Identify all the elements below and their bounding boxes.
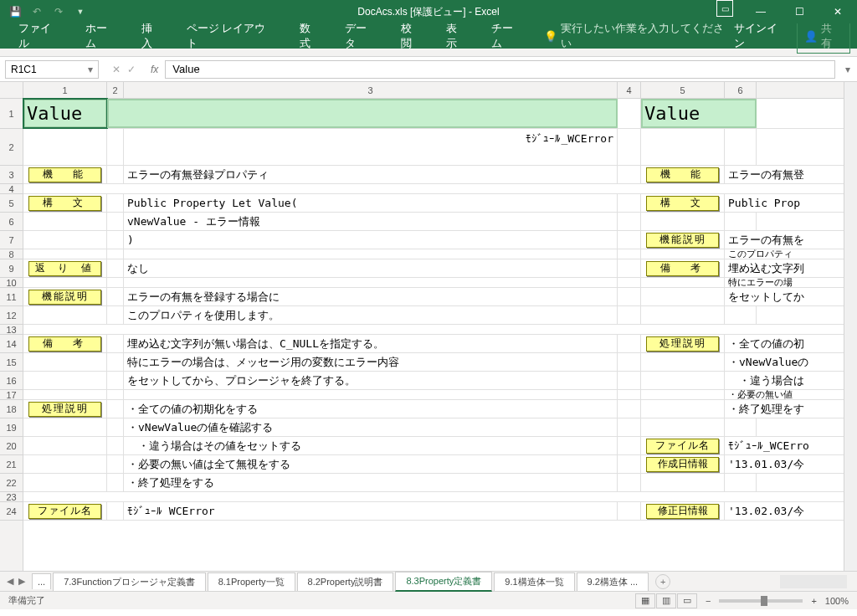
zoom-slider[interactable] xyxy=(719,599,803,603)
tab-review[interactable]: 校閲 xyxy=(389,23,434,49)
row-header[interactable]: 15 xyxy=(0,353,23,372)
tab-home[interactable]: ホーム xyxy=(74,23,130,49)
zoom-in-icon[interactable]: + xyxy=(811,596,816,606)
cell[interactable] xyxy=(23,492,857,501)
row-header[interactable]: 9 xyxy=(0,259,23,278)
cell[interactable] xyxy=(618,335,641,352)
cell[interactable] xyxy=(618,306,641,324)
row-header[interactable]: 6 xyxy=(0,213,23,231)
cell[interactable]: ・vNewValueの xyxy=(725,353,850,371)
cell[interactable]: エラーの有無を登録する場合に xyxy=(124,288,618,305)
cell[interactable] xyxy=(107,278,124,287)
cell[interactable] xyxy=(23,249,107,259)
cell[interactable] xyxy=(23,306,107,324)
cell[interactable]: エラーの有無を xyxy=(725,231,850,249)
save-icon[interactable]: 💾 xyxy=(5,2,25,22)
cell[interactable] xyxy=(618,455,641,473)
row-header[interactable]: 24 xyxy=(0,502,23,521)
row-header[interactable]: 4 xyxy=(0,184,23,194)
sheet-tab[interactable]: 8.1Property一覧 xyxy=(208,572,295,591)
tab-insert[interactable]: 挿入 xyxy=(130,23,175,49)
tab-file[interactable]: ファイル xyxy=(7,23,74,49)
cell[interactable] xyxy=(618,99,641,128)
cell[interactable] xyxy=(618,502,641,520)
row-header[interactable]: 17 xyxy=(0,390,23,400)
cell[interactable] xyxy=(641,390,725,399)
vertical-scrollbar[interactable] xyxy=(844,82,857,571)
cell[interactable] xyxy=(641,400,725,418)
cell[interactable]: Public Property Let Value( xyxy=(124,194,618,212)
cell[interactable] xyxy=(107,288,124,305)
cell[interactable]: このプロパティ xyxy=(725,249,850,259)
maximize-button[interactable]: ☐ xyxy=(780,0,819,23)
cell[interactable]: 特にエラーの場合は、メッセージ用の変数にエラー内容 xyxy=(124,353,618,371)
cell[interactable] xyxy=(107,455,124,473)
cell[interactable] xyxy=(107,129,124,165)
cell[interactable] xyxy=(618,474,641,491)
zoom-level[interactable]: 100% xyxy=(825,596,849,606)
row-header[interactable]: 8 xyxy=(0,249,23,259)
cell[interactable] xyxy=(618,249,641,259)
formula-expand-icon[interactable]: ▾ xyxy=(845,64,857,75)
cell[interactable] xyxy=(107,474,124,491)
col-header[interactable]: 2 xyxy=(107,82,124,98)
cell[interactable] xyxy=(641,372,725,389)
cell[interactable] xyxy=(107,335,124,352)
cell[interactable]: 構 文 xyxy=(23,194,107,212)
cell[interactable] xyxy=(23,437,107,454)
col-header[interactable]: 1 xyxy=(23,82,107,98)
tell-me-search[interactable]: 💡 実行したい作業を入力してください xyxy=(544,21,735,51)
cell[interactable] xyxy=(107,194,124,212)
cell[interactable] xyxy=(107,259,124,277)
row-header[interactable]: 23 xyxy=(0,492,23,502)
cells[interactable]: Value Value ﾓｼﾞｭｰﾙ_WCError 機 能 エラーの有無登録プ… xyxy=(23,99,857,571)
cell[interactable]: ・必要の無い値は全て無視をする xyxy=(124,455,618,473)
cell[interactable]: ) xyxy=(124,231,618,249)
cell[interactable] xyxy=(618,129,641,165)
ribbon-display-icon[interactable]: ▭ xyxy=(716,0,733,17)
cell[interactable] xyxy=(107,306,124,324)
cell[interactable]: 機 能 xyxy=(23,166,107,183)
chevron-down-icon[interactable]: ▾ xyxy=(88,64,93,75)
cell-header-side[interactable]: Value xyxy=(641,99,757,128)
cell[interactable]: 作成日情報 xyxy=(641,455,725,473)
signin-link[interactable]: サインイン xyxy=(734,21,788,51)
cell[interactable] xyxy=(641,249,725,259)
cell[interactable]: ファイル名 xyxy=(23,502,107,520)
cell[interactable] xyxy=(725,474,757,491)
cell[interactable] xyxy=(107,249,124,259)
cell[interactable] xyxy=(641,418,725,436)
cell[interactable] xyxy=(618,353,641,371)
cell[interactable]: ・違う場合はその値をセットする xyxy=(124,437,618,454)
cell[interactable] xyxy=(618,231,641,249)
cell[interactable] xyxy=(725,213,757,230)
cell[interactable]: ・vNewValueの値を確認する xyxy=(124,418,618,436)
add-sheet-button[interactable]: + xyxy=(655,574,670,589)
cell[interactable] xyxy=(107,437,124,454)
cell[interactable]: 備 考 xyxy=(641,259,725,277)
tab-page-layout[interactable]: ページ レイアウト xyxy=(175,23,288,49)
cell[interactable] xyxy=(23,390,107,399)
zoom-out-icon[interactable]: − xyxy=(706,596,711,606)
row-header[interactable]: 5 xyxy=(0,194,23,213)
sheet-tab[interactable]: 7.3Functionプロシージャ定義書 xyxy=(53,572,205,591)
cell[interactable] xyxy=(23,418,107,436)
cell[interactable] xyxy=(23,455,107,473)
cell-module[interactable]: ﾓｼﾞｭｰﾙ_WCError xyxy=(124,129,618,165)
sheet-tab-active[interactable]: 8.3Property定義書 xyxy=(395,572,492,592)
sheet-tab[interactable]: 9.1構造体一覧 xyxy=(494,572,574,591)
cell[interactable]: vNewValue - エラー情報 xyxy=(124,213,618,230)
row-header[interactable]: 1 xyxy=(0,99,23,129)
cell[interactable] xyxy=(23,231,107,249)
cell[interactable]: ・必要の無い値 xyxy=(725,390,850,399)
row-header[interactable]: 7 xyxy=(0,231,23,249)
close-button[interactable]: ✕ xyxy=(819,0,857,23)
qat-dropdown-icon[interactable]: ▼ xyxy=(70,2,90,22)
col-header[interactable]: 3 xyxy=(124,82,618,98)
cell[interactable] xyxy=(618,288,641,305)
cell[interactable]: 処理説明 xyxy=(23,400,107,418)
cell[interactable] xyxy=(107,502,124,520)
cell[interactable] xyxy=(107,231,124,249)
cell[interactable]: をセットしてから、プロシージャを終了する。 xyxy=(124,372,618,389)
cell[interactable]: 機 能 xyxy=(641,166,725,183)
